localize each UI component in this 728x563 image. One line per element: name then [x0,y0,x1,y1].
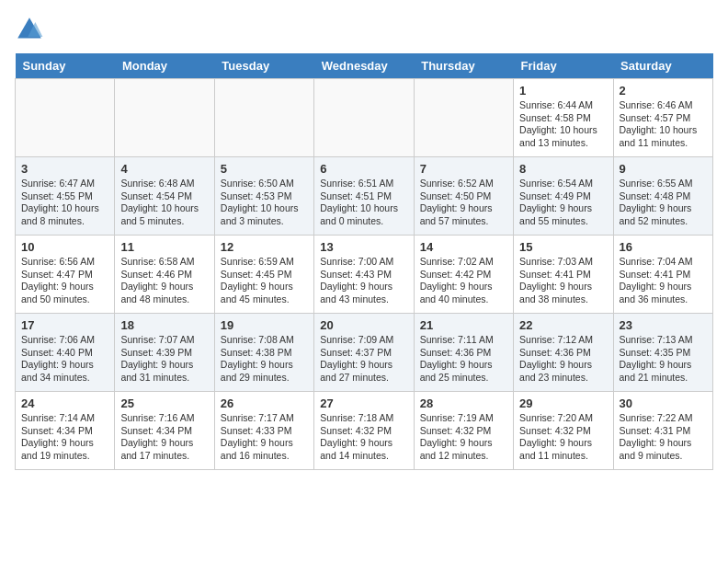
sunset-text: Sunset: 4:49 PM [519,190,607,203]
sunset-text: Sunset: 4:38 PM [221,347,308,360]
sunrise-text: Sunrise: 7:08 AM [221,334,308,347]
sunset-text: Sunset: 4:34 PM [120,425,208,438]
day-number: 30 [620,396,707,410]
day-number: 19 [221,318,308,332]
calendar-day: 6Sunrise: 6:51 AMSunset: 4:51 PMDaylight… [314,157,414,236]
sunrise-text: Sunrise: 6:51 AM [320,178,407,190]
day-number: 26 [221,396,308,410]
calendar-day: 26Sunrise: 7:17 AMSunset: 4:33 PMDayligh… [214,392,313,470]
calendar-week-row: 3Sunrise: 6:47 AMSunset: 4:55 PMDaylight… [16,157,713,236]
day-number: 24 [21,396,108,410]
weekday-header-monday: Monday [115,53,214,79]
day-number: 1 [519,84,607,98]
sunset-text: Sunset: 4:35 PM [620,347,707,360]
sunrise-text: Sunrise: 7:06 AM [21,334,108,347]
sunrise-text: Sunrise: 6:47 AM [21,178,108,190]
day-number: 13 [320,240,407,254]
calendar-week-row: 24Sunrise: 7:14 AMSunset: 4:34 PMDayligh… [16,392,713,470]
day-number: 28 [420,396,507,410]
sunset-text: Sunset: 4:57 PM [620,112,707,125]
sunset-text: Sunset: 4:41 PM [620,269,707,282]
sunrise-text: Sunrise: 6:55 AM [620,178,707,190]
weekday-header-wednesday: Wednesday [314,53,414,79]
sunrise-text: Sunrise: 7:18 AM [320,412,407,425]
calendar-day: 12Sunrise: 6:59 AMSunset: 4:45 PMDayligh… [214,236,313,314]
sunset-text: Sunset: 4:45 PM [221,269,308,282]
calendar-day: 27Sunrise: 7:18 AMSunset: 4:32 PMDayligh… [314,392,414,470]
daylight-text: Daylight: 9 hours and 17 minutes. [120,437,208,462]
daylight-text: Daylight: 9 hours and 36 minutes. [620,281,707,305]
calendar-day: 13Sunrise: 7:00 AMSunset: 4:43 PMDayligh… [314,236,414,314]
sunrise-text: Sunrise: 6:58 AM [120,256,208,269]
weekday-header-tuesday: Tuesday [214,53,313,79]
day-number: 7 [420,162,507,176]
sunrise-text: Sunrise: 7:17 AM [221,412,308,425]
day-number: 29 [519,396,607,410]
calendar-day: 24Sunrise: 7:14 AMSunset: 4:34 PMDayligh… [16,392,115,470]
day-number: 8 [519,162,607,176]
sunset-text: Sunset: 4:32 PM [320,425,407,438]
calendar-week-row: 17Sunrise: 7:06 AMSunset: 4:40 PMDayligh… [16,314,713,392]
sunset-text: Sunset: 4:50 PM [420,190,507,203]
sunrise-text: Sunrise: 6:44 AM [519,99,607,112]
calendar-day: 5Sunrise: 6:50 AMSunset: 4:53 PMDaylight… [214,157,313,236]
sunset-text: Sunset: 4:47 PM [21,269,108,282]
daylight-text: Daylight: 9 hours and 34 minutes. [21,359,108,384]
calendar-empty [414,79,513,157]
calendar-day: 18Sunrise: 7:07 AMSunset: 4:39 PMDayligh… [115,314,214,392]
sunset-text: Sunset: 4:41 PM [519,269,607,282]
sunrise-text: Sunrise: 7:20 AM [519,412,607,425]
sunrise-text: Sunrise: 6:56 AM [21,256,108,269]
daylight-text: Daylight: 10 hours and 0 minutes. [320,202,407,227]
daylight-text: Daylight: 9 hours and 27 minutes. [320,359,407,384]
daylight-text: Daylight: 9 hours and 48 minutes. [120,281,208,305]
daylight-text: Daylight: 9 hours and 9 minutes. [620,437,707,462]
daylight-text: Daylight: 9 hours and 14 minutes. [320,437,407,462]
daylight-text: Daylight: 10 hours and 3 minutes. [221,202,308,227]
calendar-day: 17Sunrise: 7:06 AMSunset: 4:40 PMDayligh… [16,314,115,392]
sunrise-text: Sunrise: 7:11 AM [420,334,507,347]
calendar-day: 2Sunrise: 6:46 AMSunset: 4:57 PMDaylight… [613,79,712,157]
calendar-day: 7Sunrise: 6:52 AMSunset: 4:50 PMDaylight… [414,157,513,236]
calendar-week-row: 10Sunrise: 6:56 AMSunset: 4:47 PMDayligh… [16,236,713,314]
calendar-day: 22Sunrise: 7:12 AMSunset: 4:36 PMDayligh… [514,314,613,392]
daylight-text: Daylight: 10 hours and 11 minutes. [620,124,707,149]
logo [15,15,48,44]
daylight-text: Daylight: 10 hours and 13 minutes. [519,124,607,149]
sunset-text: Sunset: 4:36 PM [519,347,607,360]
day-number: 23 [620,318,707,332]
day-number: 15 [519,240,607,254]
daylight-text: Daylight: 9 hours and 43 minutes. [320,281,407,305]
day-number: 10 [21,240,108,254]
weekday-header-sunday: Sunday [16,53,115,79]
calendar-day: 4Sunrise: 6:48 AMSunset: 4:54 PMDaylight… [115,157,214,236]
calendar-day: 28Sunrise: 7:19 AMSunset: 4:32 PMDayligh… [414,392,513,470]
sunrise-text: Sunrise: 7:04 AM [620,256,707,269]
daylight-text: Daylight: 10 hours and 8 minutes. [21,202,108,227]
sunset-text: Sunset: 4:55 PM [21,190,108,203]
sunrise-text: Sunrise: 7:12 AM [519,334,607,347]
sunset-text: Sunset: 4:33 PM [221,425,308,438]
daylight-text: Daylight: 9 hours and 45 minutes. [221,281,308,305]
sunset-text: Sunset: 4:31 PM [620,425,707,438]
sunrise-text: Sunrise: 6:50 AM [221,178,308,190]
sunset-text: Sunset: 4:58 PM [519,112,607,125]
page-header [15,15,713,44]
daylight-text: Daylight: 10 hours and 5 minutes. [120,202,208,227]
sunrise-text: Sunrise: 6:48 AM [120,178,208,190]
logo-icon [15,15,44,44]
calendar-day: 29Sunrise: 7:20 AMSunset: 4:32 PMDayligh… [514,392,613,470]
calendar-day: 10Sunrise: 6:56 AMSunset: 4:47 PMDayligh… [16,236,115,314]
calendar-empty [16,79,115,157]
weekday-header-friday: Friday [514,53,613,79]
day-number: 11 [120,240,208,254]
day-number: 6 [320,162,407,176]
sunset-text: Sunset: 4:39 PM [120,347,208,360]
sunrise-text: Sunrise: 7:14 AM [21,412,108,425]
sunrise-text: Sunrise: 7:13 AM [620,334,707,347]
calendar-header-row: SundayMondayTuesdayWednesdayThursdayFrid… [16,53,713,79]
calendar-day: 25Sunrise: 7:16 AMSunset: 4:34 PMDayligh… [115,392,214,470]
day-number: 12 [221,240,308,254]
sunrise-text: Sunrise: 7:22 AM [620,412,707,425]
sunset-text: Sunset: 4:54 PM [120,190,208,203]
